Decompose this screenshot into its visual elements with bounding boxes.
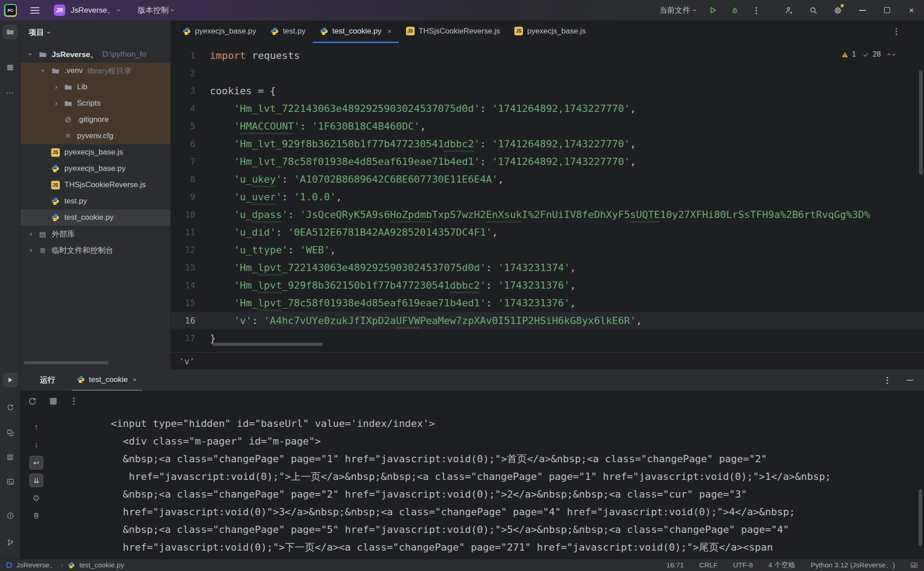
code-line[interactable]: 9 'u_uver': '1.0.0', (171, 188, 924, 206)
settings-gear-icon[interactable] (832, 5, 843, 16)
vcs-menu[interactable]: 版本控制 › (138, 5, 174, 15)
debug-button[interactable] (729, 5, 740, 16)
chevron-right-icon[interactable]: › (50, 99, 63, 108)
soft-wrap-icon[interactable]: ↩ (29, 456, 43, 469)
close-icon[interactable]: × (133, 376, 137, 383)
tree-item-lib[interactable]: ›Lib (20, 79, 170, 95)
code-line[interactable]: 15 'Hm_lpvt_78c58f01938e4d85eaf619eae71b… (171, 294, 924, 312)
file-encoding[interactable]: UTF-8 (733, 561, 753, 569)
tool-window-widget-icon[interactable] (6, 562, 12, 568)
tree-item--[interactable]: ›▤外部库 (20, 226, 170, 242)
chevron-down-icon[interactable]: › (37, 66, 50, 75)
stop-button[interactable] (48, 396, 58, 406)
tree-item-.venv[interactable]: ›.venvlibrary根目录 (20, 63, 170, 79)
project-panel-header[interactable]: 项目 › (20, 20, 170, 44)
project-horizontal-scrollbar[interactable] (24, 361, 109, 364)
resource-monitor-icon[interactable] (910, 561, 918, 569)
status-file-name[interactable]: test_cookie.py (79, 561, 124, 569)
tree-item-pyvenv.cfg[interactable]: ≡pyvenv.cfg (20, 128, 170, 144)
status-project-name[interactable]: JsReverse、 (16, 561, 57, 570)
code-line[interactable]: 16 'v': 'A4hc7vUYe0zukJfIXpD2aUFVWPeaMew… (171, 312, 924, 329)
print-icon[interactable] (29, 491, 43, 505)
tab-list-more-icon[interactable]: ⋮ (892, 26, 900, 36)
window-maximize-button[interactable] (881, 5, 892, 16)
code-line[interactable]: 8 'u_ukey': 'A10702B8689642C6BE607730E11… (171, 170, 924, 188)
more-tools-icon[interactable]: ⋯ (3, 85, 18, 100)
code-line[interactable]: 4 'Hm_lvt_722143063e4892925903024537075d… (171, 100, 924, 117)
structure-icon[interactable]: ▦ (3, 59, 18, 74)
tree-item-test_cookie.py[interactable]: test_cookie.py (20, 209, 170, 226)
project-icon[interactable] (3, 24, 18, 39)
code-line[interactable]: 12 'u_ttype': 'WEB', (171, 241, 924, 259)
chevron-down-icon[interactable]: › (24, 50, 37, 59)
console-output[interactable]: <input type="hidden" id="baseUrl" value=… (51, 415, 914, 557)
tab-pyexecjs_base.py[interactable]: pyexecjs_base.py (175, 20, 263, 43)
run-configuration-selector[interactable]: 当前文件 › (659, 5, 697, 15)
tab-THSjsCookieReverse.js[interactable]: JSTHSjsCookieReverse.js (399, 20, 508, 43)
editor-vertical-scrollbar[interactable] (919, 70, 923, 174)
code-line[interactable]: 5 'HMACCOUNT': '1F630B18C4B460DC', (171, 117, 924, 135)
indent-setting[interactable]: 4 个空格 (768, 561, 795, 570)
tree-item-pyexecjs_base.py[interactable]: pyexecjs_base.py (20, 160, 170, 177)
python-interpreter[interactable]: Python 3.12 (JsReverse、) (811, 561, 895, 570)
rerun-button[interactable] (27, 396, 38, 406)
tree-item-test.py[interactable]: test.py (20, 193, 170, 209)
tree-item--[interactable]: ›≣临时文件和控制台 (20, 242, 170, 258)
window-minimize-button[interactable] (857, 5, 868, 16)
down-icon[interactable]: ↓ (29, 438, 43, 452)
code-line[interactable]: 10 'u_dpass': 'JsQceQRyK5A9s6HoZpdmbTxpS… (171, 206, 924, 223)
line-ending[interactable]: CRLF (699, 561, 717, 569)
code-line[interactable]: 13 'Hm_lpvt_722143063e489292590302453707… (171, 259, 924, 276)
project-switcher[interactable]: JsReverse、 › (71, 5, 121, 15)
add-user-icon[interactable] (784, 5, 794, 16)
tree-item-.gitignore[interactable]: ⊘.gitignore (20, 111, 170, 128)
tree-item-jsreverse-[interactable]: ›JsReverse、D:\python_fo (20, 46, 170, 63)
more-run-options-icon[interactable]: ⋮ (751, 5, 762, 16)
editor-horizontal-scrollbar[interactable] (212, 343, 323, 346)
code-editor[interactable]: 1 28 › › 1import requests23cookies = {4 … (171, 43, 924, 352)
next-problem-icon[interactable]: › (891, 53, 899, 56)
window-close-button[interactable]: × (906, 5, 917, 16)
tab-test.py[interactable]: test.py (263, 20, 313, 43)
run-more-options-icon[interactable]: ⋮ (883, 375, 891, 385)
hide-tool-window-icon[interactable] (907, 380, 913, 381)
code-line[interactable]: 7 'Hm_lvt_78c58f01938e4d85eaf619eae71b4e… (171, 153, 924, 170)
python-packages-icon[interactable]: ▥ (3, 449, 18, 464)
run-button[interactable] (707, 5, 718, 16)
code-line[interactable]: 2 (171, 64, 924, 82)
tab-pyexecjs_base.js[interactable]: JSpyexecjs_base.js (507, 20, 593, 43)
code-line[interactable]: 6 'Hm_lvt_929f8b362150b1f77b477230541dbb… (171, 135, 924, 153)
run-tool-window-title[interactable]: 运行 (40, 375, 55, 385)
code-line[interactable]: 1import requests (171, 47, 924, 64)
scroll-to-end-icon[interactable]: ⇊ (29, 474, 43, 487)
project-badge[interactable]: JR (54, 5, 65, 16)
tree-item-pyexecjs_base.js[interactable]: JSpyexecjs_base.js (20, 144, 170, 160)
console-vertical-scrollbar[interactable] (919, 489, 922, 546)
tree-item-thsjscookiereverse.js[interactable]: JSTHSjsCookieReverse.js (20, 177, 170, 193)
breadcrumb[interactable]: 'v' (171, 352, 924, 369)
breadcrumb-item[interactable]: 'v' (179, 356, 194, 366)
clear-all-icon[interactable] (29, 509, 43, 523)
run-toolbar-more-icon[interactable]: ⋮ (68, 396, 79, 406)
chevron-right-icon[interactable]: › (50, 82, 63, 92)
code-line[interactable]: 3cookies = { (171, 82, 924, 100)
services-icon[interactable] (3, 425, 18, 440)
tab-test_cookie.py[interactable]: test_cookie.py× (313, 20, 398, 43)
chevron-right-icon[interactable]: › (24, 246, 37, 255)
caret-position[interactable]: 16:71 (666, 561, 684, 569)
terminal-icon[interactable] (3, 474, 18, 489)
code-line[interactable]: 14 'Hm_lpvt_929f8b362150b1f77b477230541d… (171, 276, 924, 294)
version-control-icon[interactable] (3, 535, 18, 550)
code-line[interactable]: 11 'u_did': '0EA512E6781B42AA92852014357… (171, 223, 924, 241)
main-menu-icon[interactable] (30, 7, 39, 14)
tree-item-scripts[interactable]: ›Scripts (20, 95, 170, 111)
up-icon[interactable]: ↑ (29, 421, 43, 434)
python-console-icon[interactable] (3, 400, 18, 415)
close-icon[interactable]: × (387, 27, 392, 35)
problems-icon[interactable] (3, 508, 18, 523)
chevron-right-icon[interactable]: › (24, 229, 37, 238)
search-icon[interactable] (808, 5, 819, 16)
inspections-widget[interactable]: 1 28 › › (839, 49, 899, 59)
run-icon[interactable] (3, 373, 18, 387)
run-tab[interactable]: test_cookie × (72, 369, 142, 391)
